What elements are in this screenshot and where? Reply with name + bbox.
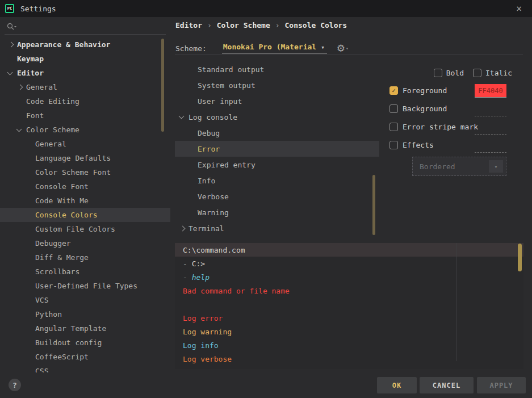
error-stripe-label: Error stripe mark: [403, 123, 478, 131]
sidebar-item-debugger[interactable]: Debugger: [0, 236, 170, 250]
foreground-option[interactable]: ✓ Foreground: [389, 86, 447, 95]
background-color-field[interactable]: [475, 116, 506, 116]
attribute-item-expired-entry[interactable]: Expired entry: [175, 157, 379, 173]
scheme-row: Scheme: Monokai Pro (Material▾ ⚙ ▾: [175, 43, 349, 54]
effects-checkbox[interactable]: [389, 141, 398, 149]
error-stripe-option[interactable]: Error stripe mark: [389, 123, 478, 131]
sidebar-item-label: Color Scheme: [26, 125, 79, 134]
preview-line: [175, 298, 523, 311]
ok-button[interactable]: OK: [377, 377, 417, 393]
sidebar-item-code-with-me[interactable]: Code With Me: [0, 194, 170, 208]
attribute-item-label: Verbose: [198, 192, 229, 201]
preview-line: Log info: [175, 338, 523, 352]
breadcrumb-color-scheme[interactable]: Color Scheme: [217, 21, 270, 30]
italic-checkbox[interactable]: [473, 69, 481, 77]
preview-scrollbar[interactable]: [518, 244, 522, 271]
sidebar-item-user-defined-file-types[interactable]: User-Defined File Types: [0, 279, 170, 293]
search-input[interactable]: [5, 17, 166, 35]
error-stripe-checkbox[interactable]: [389, 123, 398, 131]
effects-type-dropdown[interactable]: Bordered ▾: [412, 157, 506, 176]
preview-line: Log error: [175, 311, 523, 325]
chevron-right-icon[interactable]: [180, 225, 186, 231]
close-icon[interactable]: ×: [513, 3, 525, 14]
sidebar-item-editor[interactable]: Editor: [0, 66, 170, 80]
scheme-select[interactable]: Monokai Pro (Material▾: [222, 43, 327, 54]
sidebar-item-label: Angular Template: [35, 324, 106, 333]
sidebar-item-color-scheme-font[interactable]: Color Scheme Font: [0, 165, 170, 179]
background-option[interactable]: Background: [389, 104, 447, 113]
sidebar-item-label: General: [35, 140, 66, 148]
preview-line: - help: [175, 270, 523, 284]
sidebar-item-vcs[interactable]: VCS: [0, 293, 170, 307]
sidebar-item-custom-file-colors[interactable]: Custom File Colors: [0, 222, 170, 236]
preview-line: Bad command or file name: [175, 284, 523, 298]
sidebar-item-angular-template[interactable]: Angular Template: [0, 321, 170, 336]
chevron-down-icon: ▾: [321, 44, 325, 51]
attribute-item-warning[interactable]: Warning: [175, 204, 379, 220]
attribute-item-user-input[interactable]: User input: [175, 93, 379, 109]
sidebar-item-console-colors[interactable]: Console Colors: [0, 208, 170, 222]
preview-text-segment: Log info: [183, 341, 219, 350]
effects-color-field[interactable]: [475, 152, 506, 153]
sidebar-item-label: Font: [26, 111, 44, 120]
scheme-label: Scheme:: [175, 44, 207, 53]
sidebar-item-coffeescript[interactable]: CoffeeScript: [0, 350, 170, 364]
breadcrumb-console-colors[interactable]: Console Colors: [285, 21, 347, 30]
error-stripe-color-field[interactable]: [475, 134, 506, 135]
background-label: Background: [403, 104, 447, 113]
sidebar-item-general[interactable]: General: [0, 137, 170, 151]
breadcrumb-editor[interactable]: Editor: [175, 21, 202, 30]
attribute-item-verbose[interactable]: Verbose: [175, 188, 379, 204]
sidebar-item-general[interactable]: General: [0, 80, 170, 94]
cancel-button[interactable]: CANCEL: [420, 377, 474, 393]
chevron-right-icon[interactable]: [9, 42, 14, 48]
bold-option[interactable]: Bold: [434, 69, 464, 77]
sidebar-item-python[interactable]: Python: [0, 307, 170, 321]
sidebar-item-scrollbars[interactable]: Scrollbars: [0, 265, 170, 279]
attribute-item-label: Error: [198, 145, 220, 153]
attribute-item-log-console[interactable]: Log console: [175, 109, 379, 125]
sidebar-item-label: Keymap: [17, 55, 44, 63]
foreground-color-field[interactable]: FF4040: [475, 84, 506, 97]
effects-option[interactable]: Effects: [389, 141, 434, 149]
sidebar-item-appearance-behavior[interactable]: Appearance & Behavior: [0, 37, 170, 52]
sidebar-scrollbar[interactable]: [161, 39, 164, 132]
apply-button[interactable]: APPLY: [477, 377, 526, 393]
attributes-scrollbar[interactable]: [372, 175, 375, 235]
foreground-label: Foreground: [403, 86, 447, 95]
sidebar-item-label: Editor: [17, 69, 44, 77]
attribute-item-info[interactable]: Info: [175, 173, 379, 188]
chevron-down-icon[interactable]: [16, 126, 22, 132]
sidebar-item-color-scheme[interactable]: Color Scheme: [0, 123, 170, 137]
italic-option[interactable]: Italic: [473, 69, 512, 77]
chevron-right-icon[interactable]: [18, 85, 23, 90]
chevron-down-icon[interactable]: [7, 69, 13, 75]
attribute-item-debug[interactable]: Debug: [175, 125, 379, 141]
gear-icon[interactable]: ⚙: [337, 44, 345, 53]
sidebar-item-console-font[interactable]: Console Font: [0, 179, 170, 194]
sidebar-item-css[interactable]: CSS: [0, 364, 170, 372]
sidebar-item-buildout-config[interactable]: Buildout config: [0, 336, 170, 350]
background-checkbox[interactable]: [389, 104, 398, 113]
sidebar-item-language-defaults[interactable]: Language Defaults: [0, 151, 170, 165]
help-button[interactable]: ?: [9, 379, 21, 391]
sidebar-item-label: Color Scheme Font: [35, 168, 111, 177]
attribute-item-error[interactable]: Error: [175, 141, 379, 157]
chevron-down-icon: ▾: [489, 160, 503, 173]
attribute-item-label: Terminal: [188, 224, 224, 233]
attribute-item-label: User input: [198, 97, 242, 106]
sidebar-item-diff-merge[interactable]: Diff & Merge: [0, 250, 170, 265]
search-icon[interactable]: [7, 22, 16, 33]
preview-text-segment: Log warning: [183, 328, 232, 336]
sidebar-item-keymap[interactable]: Keymap: [0, 52, 170, 66]
chevron-down-icon[interactable]: [179, 114, 185, 119]
attribute-item-system-output[interactable]: System output: [175, 77, 379, 93]
foreground-checkbox[interactable]: ✓: [389, 86, 398, 95]
attribute-item-standard-output[interactable]: Standard output: [175, 61, 379, 77]
sidebar-item-code-editing[interactable]: Code Editing: [0, 94, 170, 108]
sidebar-item-font[interactable]: Font: [0, 108, 170, 123]
bold-checkbox[interactable]: [434, 69, 442, 77]
sidebar-item-label: Scrollbars: [35, 267, 79, 276]
sidebar-item-label: Language Defaults: [35, 154, 111, 162]
attribute-item-terminal[interactable]: Terminal: [175, 220, 379, 236]
